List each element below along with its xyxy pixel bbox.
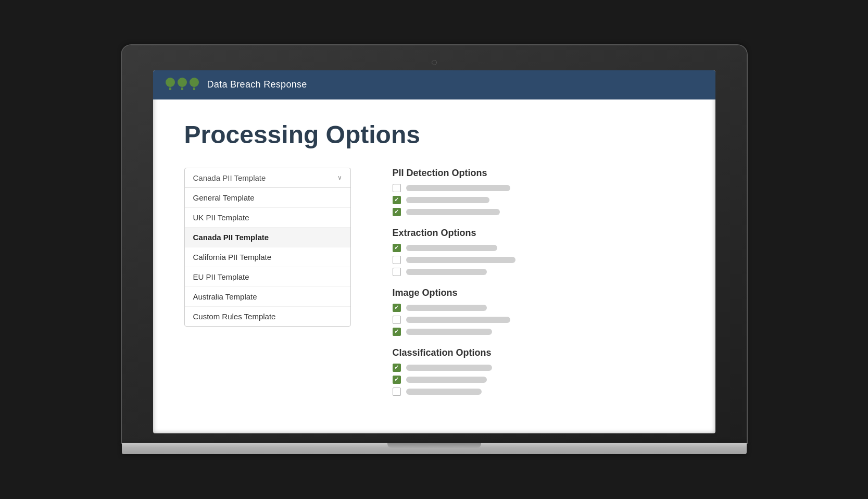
classification-checkbox-1[interactable]	[393, 364, 401, 372]
pii-option-3	[393, 208, 684, 216]
section-pii-detection: PII Detection Options	[393, 168, 684, 216]
extraction-label-bar-2	[406, 257, 515, 263]
image-label-bar-1	[406, 305, 487, 311]
laptop-base	[122, 443, 747, 454]
section-extraction: Extraction Options	[393, 228, 684, 276]
pii-detection-title: PII Detection Options	[393, 168, 684, 179]
classification-title: Classification Options	[393, 347, 684, 358]
app-title: Data Breach Response	[207, 79, 307, 90]
tree-icon-3	[190, 78, 199, 90]
dropdown-item-uk[interactable]: UK PII Template	[185, 208, 350, 228]
dropdown-item-california[interactable]: California PII Template	[185, 247, 350, 267]
classification-label-bar-3	[406, 389, 482, 395]
classification-option-3	[393, 388, 684, 396]
app-content: Processing Options Canada PII Template ∨…	[153, 99, 715, 433]
dropdown-item-general[interactable]: General Template	[185, 188, 350, 208]
extraction-label-bar-3	[406, 269, 487, 275]
dropdown-item-custom[interactable]: Custom Rules Template	[185, 307, 350, 326]
pii-label-bar-3	[406, 209, 500, 215]
image-option-2	[393, 316, 684, 324]
dropdown-item-canada[interactable]: Canada PII Template	[185, 228, 350, 247]
image-checkbox-1[interactable]	[393, 304, 401, 312]
extraction-option-3	[393, 268, 684, 276]
classification-option-2	[393, 376, 684, 384]
tree-icon-2	[178, 78, 187, 90]
classification-checkbox-3[interactable]	[393, 388, 401, 396]
pii-label-bar-1	[406, 185, 510, 191]
section-classification: Classification Options	[393, 347, 684, 396]
extraction-option-2	[393, 256, 684, 264]
extraction-checkbox-1[interactable]	[393, 244, 401, 252]
extraction-checkbox-2[interactable]	[393, 256, 401, 264]
chevron-down-icon: ∨	[337, 174, 342, 181]
pii-checkbox-2[interactable]	[393, 196, 401, 204]
dropdown-item-australia[interactable]: Australia Template	[185, 287, 350, 307]
camera	[432, 60, 437, 65]
image-checkbox-3[interactable]	[393, 328, 401, 336]
laptop-frame: Data Breach Response Processing Options …	[122, 45, 747, 454]
tree-icon-1	[166, 78, 175, 90]
dropdown-header[interactable]: Canada PII Template ∨	[185, 168, 350, 188]
extraction-checkbox-3[interactable]	[393, 268, 401, 276]
extraction-title: Extraction Options	[393, 228, 684, 239]
template-dropdown-container: Canada PII Template ∨ General Template U…	[184, 168, 351, 327]
dropdown-item-eu[interactable]: EU PII Template	[185, 267, 350, 287]
extraction-option-1	[393, 244, 684, 252]
pii-option-2	[393, 196, 684, 204]
page-title: Processing Options	[184, 120, 684, 149]
classification-checkbox-2[interactable]	[393, 376, 401, 384]
logo	[166, 78, 199, 92]
section-image: Image Options	[393, 288, 684, 336]
pii-label-bar-2	[406, 197, 489, 203]
image-checkbox-2[interactable]	[393, 316, 401, 324]
main-layout: Canada PII Template ∨ General Template U…	[184, 168, 684, 407]
pii-option-1	[393, 184, 684, 192]
screen-bezel: Data Breach Response Processing Options …	[122, 45, 747, 443]
app-header: Data Breach Response	[153, 70, 715, 99]
classification-label-bar-2	[406, 377, 487, 383]
template-dropdown[interactable]: Canada PII Template ∨ General Template U…	[184, 168, 351, 327]
pii-checkbox-1[interactable]	[393, 184, 401, 192]
screen: Data Breach Response Processing Options …	[153, 70, 715, 433]
dropdown-selected-value: Canada PII Template	[193, 173, 266, 182]
classification-option-1	[393, 364, 684, 372]
image-title: Image Options	[393, 288, 684, 298]
image-option-1	[393, 304, 684, 312]
pii-checkbox-3[interactable]	[393, 208, 401, 216]
options-panel: PII Detection Options	[393, 168, 684, 407]
image-label-bar-2	[406, 317, 510, 323]
classification-label-bar-1	[406, 365, 492, 371]
extraction-label-bar-1	[406, 245, 497, 251]
image-option-3	[393, 328, 684, 336]
dropdown-list: General Template UK PII Template Canada …	[185, 188, 350, 326]
image-label-bar-3	[406, 329, 492, 335]
